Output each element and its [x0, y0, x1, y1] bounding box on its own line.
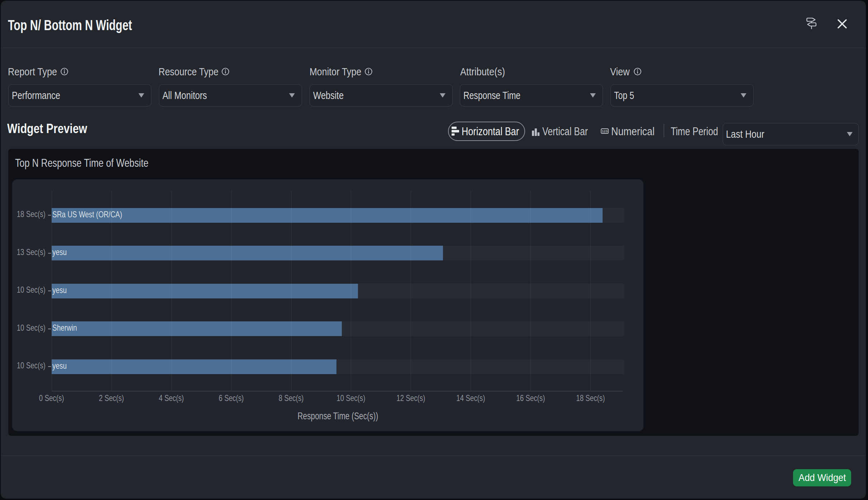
- svg-text:123: 123: [602, 129, 608, 133]
